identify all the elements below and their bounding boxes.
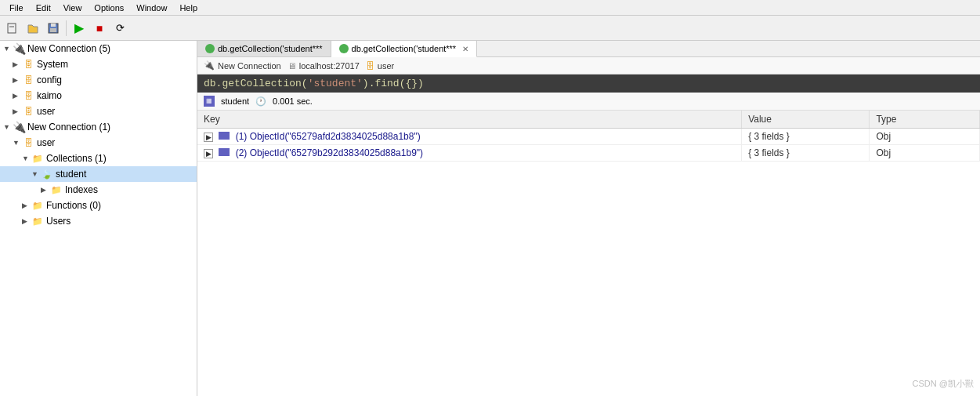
table-row[interactable]: ▶ (2) ObjectId("65279b292d3834025d88a1b9…	[197, 145, 980, 162]
row-2-type: Obj	[870, 145, 980, 162]
toolbar-btn-save[interactable]	[44, 19, 63, 38]
db-user-conn2-label: user	[37, 137, 55, 148]
tab-2[interactable]: db.getCollection('student*** ✕	[331, 41, 478, 57]
svg-rect-3	[51, 24, 56, 27]
server-icon: 🖥	[287, 61, 296, 71]
expander-user-conn1[interactable]: ▶	[13, 107, 22, 115]
db-system-label: System	[37, 59, 68, 70]
folder-functions[interactable]: ▶ 📁 Functions (0)	[0, 198, 197, 213]
col-key: Key	[197, 111, 742, 129]
folder-icon-users: 📁	[31, 215, 44, 227]
query-toolbar-db: 🗄 user	[366, 61, 394, 71]
expander-user-conn2[interactable]: ▼	[13, 139, 22, 147]
row-2-expand[interactable]: ▶	[204, 149, 213, 158]
connection-icon-1: 🔌	[13, 42, 25, 55]
expander-users[interactable]: ▶	[22, 217, 31, 225]
watermark: CSDN @凯小獸	[913, 378, 974, 390]
row-1-value: { 3 fields }	[742, 129, 870, 145]
toolbar-separator	[66, 20, 67, 36]
tab-2-close[interactable]: ✕	[462, 45, 468, 53]
folder-users-label: Users	[46, 216, 71, 227]
toolbar-btn-stop[interactable]: ■	[90, 19, 109, 38]
db-system[interactable]: ▶ 🗄 System	[0, 56, 197, 72]
collection-student[interactable]: ▼ 🍃 student	[0, 166, 197, 182]
query-toolbar: 🔌 New Connection 🖥 localhost:27017 🗄 use…	[197, 57, 980, 74]
expander-functions[interactable]: ▶	[22, 202, 31, 209]
host-label: localhost:27017	[299, 61, 360, 71]
col-type: Type	[870, 111, 980, 129]
tab-2-icon	[339, 44, 349, 53]
svg-rect-0	[8, 24, 16, 33]
collection-student-label: student	[56, 169, 86, 180]
results-collection-name: student	[221, 96, 249, 106]
expander-indexes[interactable]: ▶	[41, 186, 50, 194]
row-2-value: { 3 fields }	[742, 145, 870, 162]
expander-system[interactable]: ▶	[13, 60, 22, 68]
folder-users[interactable]: ▶ 📁 Users	[0, 213, 197, 229]
folder-icon-indexes: 📁	[50, 183, 63, 196]
sidebar: ▼ 🔌 New Connection (5) ▶ 🗄 System ▶ 🗄 co…	[0, 41, 197, 396]
results-table[interactable]: Key Value Type ▶ (1) ObjectId("65279afd2…	[197, 111, 980, 396]
results-table-icon: ▦	[204, 96, 215, 107]
folder-icon-functions: 📁	[31, 199, 44, 212]
expander-collections[interactable]: ▼	[22, 154, 31, 162]
query-toolbar-host: 🖥 localhost:27017	[287, 61, 360, 71]
folder-collections-label: Collections (1)	[46, 153, 107, 164]
main-layout: ▼ 🔌 New Connection (5) ▶ 🗄 System ▶ 🗄 co…	[0, 41, 980, 396]
expander-config[interactable]: ▶	[13, 76, 22, 84]
folder-functions-label: Functions (0)	[46, 200, 101, 211]
table-row[interactable]: ▶ (1) ObjectId("65279afd2d3834025d88a1b8…	[197, 129, 980, 145]
expander-connection-1[interactable]: ▼	[3, 45, 13, 53]
row-2-key: ▶ (2) ObjectId("65279b292d3834025d88a1b9…	[197, 145, 742, 162]
toolbar-btn-open[interactable]	[24, 19, 42, 38]
expander-student[interactable]: ▼	[31, 170, 41, 178]
col-value: Value	[742, 111, 870, 129]
query-text[interactable]: db.getCollection('student').find({})	[204, 78, 424, 89]
menu-edit[interactable]: Edit	[30, 3, 57, 13]
menu-view[interactable]: View	[57, 3, 89, 13]
db-icon-config: 🗄	[22, 74, 34, 86]
folder-collections[interactable]: ▼ 📁 Collections (1)	[0, 151, 197, 166]
db-config[interactable]: ▶ 🗄 config	[0, 72, 197, 88]
expander-connection-2[interactable]: ▼	[3, 123, 13, 131]
query-input-area[interactable]: db.getCollection('student').find({})	[197, 74, 980, 93]
db-user-conn1[interactable]: ▶ 🗄 user	[0, 104, 197, 119]
expander-kaimo[interactable]: ▶	[13, 92, 22, 100]
menu-window[interactable]: Window	[130, 3, 173, 13]
folder-icon-collections: 📁	[31, 152, 44, 165]
connection-2[interactable]: ▼ 🔌 New Connection (1)	[0, 119, 197, 135]
row-1-key: ▶ (1) ObjectId("65279afd2d3834025d88a1b8…	[197, 129, 742, 145]
results-toolbar: ▦ student 🕐 0.001 sec.	[197, 93, 980, 111]
tabs-bar: db.getCollection('student*** db.getColle…	[197, 41, 980, 57]
menu-file[interactable]: File	[3, 3, 30, 13]
tab-1-icon	[205, 44, 215, 53]
toolbar: ▶ ■ ⟳	[0, 16, 980, 41]
db-config-label: config	[37, 74, 62, 85]
row-icon-1	[219, 132, 230, 140]
menu-help[interactable]: Help	[173, 3, 204, 13]
connection-icon-2: 🔌	[13, 121, 25, 133]
db-user-conn2[interactable]: ▼ 🗄 user	[0, 135, 197, 151]
menu-options[interactable]: Options	[88, 3, 130, 13]
results-time: 0.001 sec.	[273, 96, 313, 106]
row-1-type: Obj	[870, 129, 980, 145]
content-area: db.getCollection('student*** db.getColle…	[197, 41, 980, 396]
connection-2-label: New Connection (1)	[27, 122, 110, 133]
tab-2-label: db.getCollection('student***	[352, 44, 457, 53]
db-kaimo-label: kaimo	[37, 90, 62, 101]
toolbar-btn-new[interactable]	[3, 19, 22, 38]
toolbar-btn-refresh[interactable]: ⟳	[110, 19, 129, 38]
connection-1-label: New Connection (5)	[27, 43, 110, 54]
connection-icon-small: 🔌	[204, 60, 215, 71]
row-1-expand[interactable]: ▶	[204, 133, 213, 142]
db-kaimo[interactable]: ▶ 🗄 kaimo	[0, 88, 197, 104]
tab-1[interactable]: db.getCollection('student***	[197, 41, 331, 56]
clock-icon: 🕐	[255, 96, 266, 107]
folder-indexes[interactable]: ▶ 📁 Indexes	[0, 182, 197, 198]
tab-1-label: db.getCollection('student***	[218, 44, 323, 53]
svg-rect-4	[50, 28, 56, 32]
connection-1[interactable]: ▼ 🔌 New Connection (5)	[0, 41, 197, 56]
db-label: user	[378, 61, 394, 71]
db-icon-user-conn2: 🗄	[22, 136, 34, 149]
toolbar-btn-run[interactable]: ▶	[70, 19, 89, 38]
